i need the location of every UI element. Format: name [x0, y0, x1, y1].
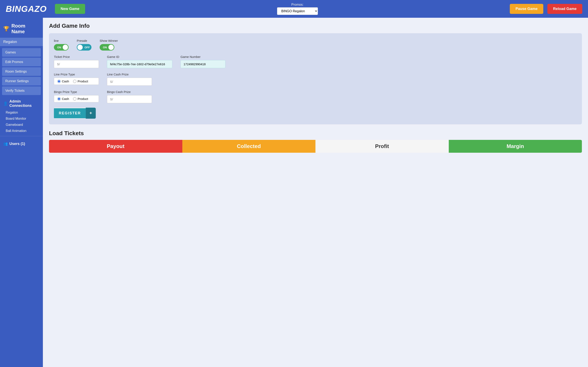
promos-section: Promos: BINGO Regalon BINGO Classic BING…	[89, 3, 506, 15]
presale-toggle-text: OFF	[83, 46, 91, 49]
bingo-prize-cash-radio[interactable]	[57, 97, 61, 100]
show-winner-label: Show Winner	[100, 39, 118, 42]
users-icon: 👥	[3, 142, 8, 146]
show-winner-toggle-group: Show Winner ON	[100, 39, 118, 50]
register-button[interactable]: REGISTER +	[54, 108, 96, 119]
app-logo: BINGAZO	[6, 4, 47, 14]
line-prize-product-radio[interactable]	[73, 80, 76, 83]
presale-toggle[interactable]: OFF	[77, 44, 91, 50]
show-winner-toggle-knob	[108, 45, 114, 50]
users-label: Users (1)	[9, 142, 25, 146]
bingo-prize-cash-option[interactable]: Cash	[57, 97, 69, 100]
sidebar-link-ball-animation[interactable]: Ball Animation	[0, 128, 43, 134]
stat-margin-label: Margin	[507, 143, 524, 149]
bingo-prize-product-option[interactable]: Product	[73, 97, 88, 100]
line-prize-type-label: Line Prize Type	[54, 73, 99, 76]
line-cash-prize-group: Line Cash Prize	[107, 73, 152, 86]
stats-bar: Payout Collected Profit Margin	[49, 140, 582, 153]
sidebar-item-edit-promos[interactable]: Edit Promos	[2, 58, 41, 66]
bingo-prize-product-label: Product	[78, 97, 88, 100]
line-prize-cash-option[interactable]: Cash	[57, 80, 69, 83]
sidebar: 🏆 Room Name Regalon Games Edit Promos Ro…	[0, 18, 43, 367]
ticket-price-label: Ticket Price	[54, 55, 99, 58]
users-section-title: 👥 Users (1)	[0, 138, 43, 148]
line-toggle-text: ON	[56, 46, 63, 49]
room-name-label: Room Name	[11, 23, 40, 34]
line-toggle-label: line	[54, 39, 69, 42]
add-game-info-card: line ON Presale OFF Show Winner	[49, 33, 582, 124]
pause-game-button[interactable]: Pause Game	[510, 4, 543, 14]
bingo-cash-prize-group: Bingo Cash Prize	[107, 90, 152, 103]
game-id-input[interactable]	[107, 60, 172, 68]
line-cash-prize-label: Line Cash Prize	[107, 73, 152, 76]
main-layout: 🏆 Room Name Regalon Games Edit Promos Ro…	[0, 18, 588, 367]
main-content: Add Game Info line ON Presale O	[43, 18, 588, 367]
show-winner-toggle[interactable]: ON	[100, 44, 114, 50]
bingo-prize-type-label: Bingo Prize Type	[54, 90, 99, 94]
line-toggle-group: line ON	[54, 39, 69, 50]
add-game-info-title: Add Game Info	[49, 23, 582, 29]
bingo-cash-prize-input[interactable]	[107, 95, 152, 103]
stat-payout-label: Payout	[107, 143, 125, 149]
admin-connections-section: 👤 Admin Connections	[0, 96, 43, 109]
stat-collected: Collected	[182, 140, 316, 153]
sidebar-item-verify-tickets[interactable]: Verify Tickets	[2, 86, 41, 95]
game-number-group: Game Number	[181, 55, 225, 68]
stat-profit-label: Profit	[375, 143, 389, 149]
reload-game-button[interactable]: Reload Game	[547, 4, 582, 14]
presale-toggle-label: Presale	[77, 39, 91, 42]
sidebar-item-room-settings[interactable]: Room Settings	[2, 67, 41, 76]
toggle-row: line ON Presale OFF Show Winner	[54, 39, 577, 50]
ticket-row: Ticket Price Game ID Game Number	[54, 55, 577, 68]
line-prize-type-radio-group: Cash Product	[54, 78, 99, 85]
line-cash-prize-input[interactable]	[107, 78, 152, 86]
stat-margin: Margin	[449, 140, 582, 153]
line-toggle[interactable]: ON	[54, 44, 69, 50]
bingo-prize-cash-label: Cash	[62, 97, 69, 100]
line-prize-cash-radio[interactable]	[57, 80, 61, 83]
line-toggle-knob	[63, 45, 68, 50]
line-prize-row: Line Prize Type Cash Product Line Cash P	[54, 73, 577, 86]
bingo-cash-prize-label: Bingo Cash Prize	[107, 90, 152, 94]
bingo-prize-type-group: Bingo Prize Type Cash Product	[54, 90, 99, 102]
ticket-price-input[interactable]	[54, 60, 99, 68]
game-id-label: Game ID	[107, 55, 172, 58]
register-button-plus: +	[86, 108, 96, 119]
sidebar-item-runner-settings[interactable]: Runner Settings	[2, 77, 41, 85]
sidebar-divider	[0, 136, 43, 136]
game-id-group: Game ID	[107, 55, 172, 68]
bingo-prize-type-radio-group: Cash Product	[54, 95, 99, 102]
promos-select[interactable]: BINGO Regalon BINGO Classic BINGO Especi…	[277, 7, 318, 15]
sidebar-link-gameboard[interactable]: Gameboard	[0, 122, 43, 128]
admin-connections-icon: 👤	[3, 101, 8, 106]
line-prize-type-group: Line Prize Type Cash Product	[54, 73, 99, 85]
load-tickets-title: Load Tickets	[49, 130, 582, 137]
line-prize-product-label: Product	[78, 80, 88, 83]
line-prize-product-option[interactable]: Product	[73, 80, 88, 83]
show-winner-toggle-text: ON	[101, 46, 109, 49]
bingo-prize-row: Bingo Prize Type Cash Product Bingo Cash	[54, 90, 577, 103]
presale-toggle-knob	[77, 45, 83, 50]
line-prize-cash-label: Cash	[62, 80, 69, 83]
admin-connections-label: Admin Connections	[9, 99, 40, 108]
sidebar-link-regalon[interactable]: Regalon	[0, 109, 43, 116]
stat-payout: Payout	[49, 140, 182, 153]
trophy-icon: 🏆	[3, 26, 9, 32]
promos-label: Promos:	[291, 3, 303, 7]
stat-profit: Profit	[315, 140, 449, 153]
sidebar-room-name: 🏆 Room Name	[0, 21, 43, 38]
presale-toggle-group: Presale OFF	[77, 39, 91, 50]
new-game-button[interactable]: New Game	[55, 4, 85, 14]
header: BINGAZO New Game Promos: BINGO Regalon B…	[0, 0, 588, 18]
stat-collected-label: Collected	[237, 143, 261, 149]
sidebar-item-games[interactable]: Games	[2, 48, 41, 57]
bingo-prize-product-radio[interactable]	[73, 97, 76, 100]
game-number-label: Game Number	[181, 55, 225, 58]
ticket-price-group: Ticket Price	[54, 55, 99, 68]
game-number-input[interactable]	[181, 60, 225, 68]
register-button-text: REGISTER	[54, 108, 86, 118]
room-selected-label: Regalon	[0, 38, 43, 46]
sidebar-link-board-monitor[interactable]: Board Monitor	[0, 116, 43, 122]
register-button-wrapper: REGISTER +	[54, 108, 577, 119]
